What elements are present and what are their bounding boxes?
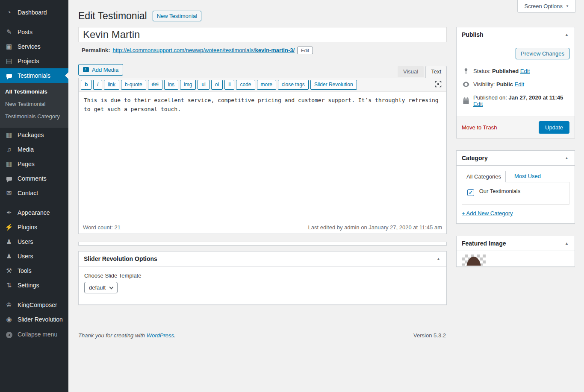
sidebar-item-posts[interactable]: ✎ Posts	[0, 25, 68, 39]
sidebar-item-label: Collapse menu	[18, 331, 57, 338]
quicktag-slider-revolution-button[interactable]: Slider Revolution	[310, 80, 357, 90]
quicktag-img-button[interactable]: img	[180, 80, 196, 90]
screen-options-label: Screen Options	[524, 3, 563, 9]
wrench-icon: ⚒	[5, 267, 13, 274]
sidebar-item-label: Pages	[18, 161, 35, 167]
services-icon: ▣	[5, 43, 13, 50]
publish-actions: Move to Trash Update	[457, 117, 575, 138]
sidebar-item-services[interactable]: ▣ Services	[0, 39, 68, 54]
envelope-icon: ✉	[5, 190, 13, 196]
packages-icon: ▦	[5, 132, 13, 138]
quicktag-italic-button[interactable]: i	[93, 80, 102, 90]
featured-image-thumbnail[interactable]	[462, 255, 486, 266]
sidebar-item-appearance[interactable]: ✒ Appearance	[0, 205, 68, 220]
category-body: All Categories Most Used ✓ Our Testimoni…	[457, 166, 575, 223]
pages-icon: ▥	[5, 161, 13, 167]
sidebar-item-label: Slider Revolution	[18, 316, 63, 323]
visibility-row: Visibility: Public Edit	[462, 78, 569, 91]
sidebar-item-label: Appearance	[18, 209, 50, 216]
post-edit-column: Permalink: http://el.commonsupport.com/n…	[78, 27, 447, 339]
collapse-toggle-icon[interactable]: ▲	[564, 155, 569, 161]
sidebar-item-label: Users	[18, 253, 33, 260]
category-checkbox-checked[interactable]: ✓	[467, 189, 474, 196]
tab-most-used[interactable]: Most Used	[513, 171, 543, 182]
quicktag-li-button[interactable]: li	[224, 80, 234, 90]
sidebar-item-contact[interactable]: ✉ Contact	[0, 186, 68, 200]
sidebar-item-users[interactable]: ♟ Users	[0, 234, 68, 249]
sidebar-item-tools[interactable]: ⚒ Tools	[0, 263, 68, 278]
submenu-testimonials-category[interactable]: Testimonials Category	[0, 110, 68, 123]
tab-text[interactable]: Text	[425, 66, 447, 78]
slider-revolution-icon: ◉	[5, 316, 13, 323]
pin-icon	[463, 68, 469, 74]
publish-box: Publish ▲ Preview Changes Status: Publis…	[456, 27, 575, 138]
post-content-textarea[interactable]: This is due to their excellent service, …	[79, 92, 446, 221]
category-box: Category ▲ All Categories Most Used ✓ Ou…	[456, 150, 575, 224]
edit-status-link[interactable]: Edit	[520, 68, 530, 74]
last-edited-text: Last edited by admin on January 27, 2020…	[308, 224, 442, 231]
sidebar-item-collapse-menu[interactable]: ◄ Collapse menu	[0, 327, 68, 342]
admin-sidebar: ◔ Dashboard ✎ Posts ▣ Services ▤ Project…	[0, 0, 68, 392]
sidebar-item-settings[interactable]: ⇅ Settings	[0, 278, 68, 293]
edit-published-link[interactable]: Edit	[473, 101, 483, 107]
add-media-button[interactable]: Add Media	[78, 64, 123, 76]
slide-template-select[interactable]: default	[84, 282, 118, 293]
metabox-header[interactable]: Featured Image ▲	[457, 236, 575, 251]
quicktag-del-button[interactable]: del	[148, 80, 162, 90]
quicktag-ol-button[interactable]: ol	[211, 80, 223, 90]
editor-mode-tabs: Visual Text	[398, 66, 447, 78]
quicktag-ul-button[interactable]: ul	[198, 80, 209, 90]
submenu-new-testimonial[interactable]: New Testimonial	[0, 98, 68, 110]
tab-all-categories[interactable]: All Categories	[462, 171, 506, 182]
preview-changes-button[interactable]: Preview Changes	[516, 48, 569, 59]
quicktag-more-button[interactable]: more	[257, 80, 276, 90]
user-icon: ♟	[5, 253, 13, 260]
sidebar-item-dashboard[interactable]: ◔ Dashboard	[0, 5, 68, 20]
collapse-toggle-icon[interactable]: ▲	[564, 32, 569, 38]
metabox-header[interactable]: Slider Revolution Options ▲	[79, 252, 446, 266]
quicktag-blockquote-button[interactable]: b-quote	[121, 80, 146, 90]
media-icon	[83, 67, 89, 72]
fullscreen-icon[interactable]	[432, 79, 445, 90]
pushpin-icon: ✎	[5, 29, 13, 35]
quicktag-ins-button[interactable]: ins	[164, 80, 178, 90]
sidebar-item-pages[interactable]: ▥ Pages	[0, 157, 68, 171]
wordpress-link[interactable]: WordPress	[147, 332, 174, 339]
sidebar-item-media[interactable]: ♫ Media	[0, 142, 68, 157]
metabox-header[interactable]: Category ▲	[457, 151, 575, 166]
eye-icon	[463, 82, 469, 87]
metabox-header[interactable]: Publish ▲	[457, 27, 575, 42]
sidebar-item-label: Contact	[18, 190, 38, 196]
collapse-toggle-icon[interactable]: ▲	[564, 240, 569, 246]
submenu-all-testimonials[interactable]: All Testimonials	[0, 85, 68, 98]
sidebar-item-users-2[interactable]: ♟ Users	[0, 249, 68, 263]
tab-visual[interactable]: Visual	[398, 66, 424, 77]
quicktag-code-button[interactable]: code	[236, 80, 255, 90]
menu-separator	[0, 20, 68, 25]
edit-visibility-link[interactable]: Edit	[515, 81, 524, 88]
update-button[interactable]: Update	[539, 121, 569, 134]
category-checklist: ✓ Our Testimonials	[462, 182, 569, 205]
add-new-category-link[interactable]: + Add New Category	[462, 210, 513, 216]
quicktag-link-button[interactable]: link	[104, 80, 119, 90]
sidebar-item-plugins[interactable]: ⚡ Plugins	[0, 220, 68, 234]
screen-options-tab[interactable]: Screen Options ▼	[517, 0, 576, 13]
quicktag-bold-button[interactable]: b	[81, 80, 91, 90]
menu-separator	[0, 200, 68, 205]
sidebar-item-slider-revolution[interactable]: ◉ Slider Revolution	[0, 312, 68, 327]
permalink-link[interactable]: http://el.commonsupport.com/newwp/woteen…	[112, 47, 295, 53]
post-title-input[interactable]	[78, 27, 447, 42]
collapse-toggle-icon[interactable]: ▲	[436, 256, 441, 262]
projects-icon: ▤	[5, 58, 13, 64]
sidebar-item-comments[interactable]: Comments	[0, 171, 68, 186]
sidebar-item-projects[interactable]: ▤ Projects	[0, 54, 68, 68]
collapse-arrow-icon: ◄	[5, 331, 13, 338]
sidebar-item-kingcomposer[interactable]: ♔ KingComposer	[0, 298, 68, 312]
crown-icon: ♔	[5, 301, 13, 308]
sidebar-item-testimonials[interactable]: Testimonials	[0, 68, 68, 83]
quicktag-close-tags-button[interactable]: close tags	[278, 80, 309, 90]
edit-permalink-button[interactable]: Edit	[297, 47, 313, 54]
new-testimonial-button[interactable]: New Testimonial	[153, 11, 201, 21]
sidebar-item-packages[interactable]: ▦ Packages	[0, 128, 68, 142]
move-to-trash-link[interactable]: Move to Trash	[462, 124, 497, 131]
